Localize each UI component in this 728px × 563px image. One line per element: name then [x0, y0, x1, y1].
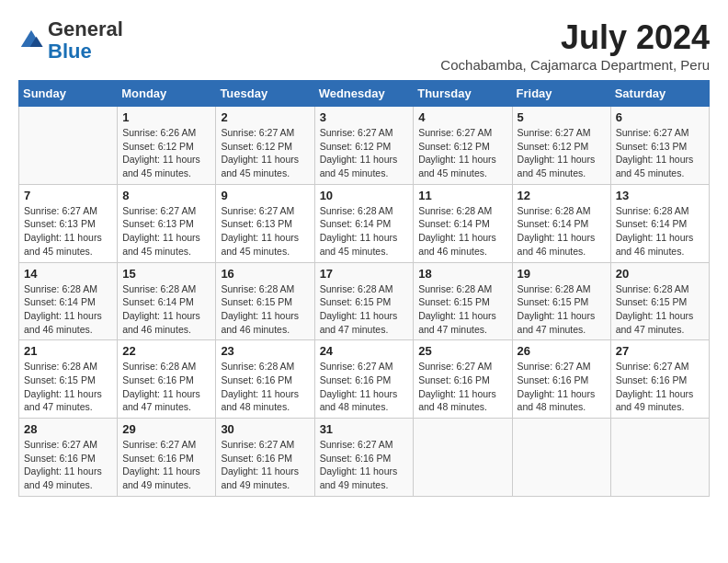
day-info: Sunrise: 6:28 AMSunset: 6:14 PMDaylight:…	[320, 204, 409, 259]
day-info: Sunrise: 6:27 AMSunset: 6:13 PMDaylight:…	[122, 204, 210, 259]
calendar-header: SundayMondayTuesdayWednesdayThursdayFrid…	[19, 81, 710, 107]
day-number: 12	[518, 189, 606, 202]
day-number: 30	[221, 422, 309, 436]
logo-text: General Blue	[48, 18, 123, 63]
day-cell: 9Sunrise: 6:27 AMSunset: 6:13 PMDaylight…	[216, 184, 314, 262]
day-info: Sunrise: 6:27 AMSunset: 6:13 PMDaylight:…	[616, 126, 704, 180]
day-number: 21	[24, 344, 112, 358]
day-info: Sunrise: 6:28 AMSunset: 6:14 PMDaylight:…	[418, 204, 506, 259]
logo-general: General	[48, 17, 123, 40]
day-info: Sunrise: 6:27 AMSunset: 6:16 PMDaylight:…	[320, 360, 409, 414]
day-cell: 31Sunrise: 6:27 AMSunset: 6:16 PMDayligh…	[314, 419, 414, 497]
day-cell: 19Sunrise: 6:28 AMSunset: 6:15 PMDayligh…	[512, 262, 610, 340]
day-cell: 25Sunrise: 6:27 AMSunset: 6:16 PMDayligh…	[414, 340, 512, 419]
day-info: Sunrise: 6:28 AMSunset: 6:16 PMDaylight:…	[221, 360, 309, 414]
week-row-1: 1Sunrise: 6:26 AMSunset: 6:12 PMDaylight…	[19, 107, 710, 185]
day-number: 20	[616, 267, 704, 281]
day-number: 13	[616, 189, 704, 202]
day-info: Sunrise: 6:27 AMSunset: 6:12 PMDaylight:…	[221, 126, 309, 180]
week-row-3: 14Sunrise: 6:28 AMSunset: 6:14 PMDayligh…	[19, 262, 710, 340]
day-number: 15	[122, 267, 210, 281]
day-number: 28	[24, 422, 112, 436]
day-cell: 7Sunrise: 6:27 AMSunset: 6:13 PMDaylight…	[19, 184, 118, 262]
day-number: 5	[518, 110, 606, 124]
day-cell: 10Sunrise: 6:28 AMSunset: 6:14 PMDayligh…	[314, 184, 414, 262]
day-cell	[19, 107, 118, 185]
day-number: 31	[320, 422, 409, 436]
day-info: Sunrise: 6:27 AMSunset: 6:16 PMDaylight:…	[24, 438, 112, 492]
week-row-4: 21Sunrise: 6:28 AMSunset: 6:15 PMDayligh…	[19, 340, 710, 419]
title-block: July 2024 Cochabamba, Cajamarca Departme…	[440, 18, 710, 73]
day-info: Sunrise: 6:28 AMSunset: 6:15 PMDaylight:…	[518, 282, 606, 337]
calendar-body: 1Sunrise: 6:26 AMSunset: 6:12 PMDaylight…	[19, 107, 710, 497]
day-number: 1	[122, 110, 210, 124]
day-number: 3	[320, 110, 409, 124]
day-cell: 23Sunrise: 6:28 AMSunset: 6:16 PMDayligh…	[216, 340, 314, 419]
day-cell: 3Sunrise: 6:27 AMSunset: 6:12 PMDaylight…	[314, 107, 414, 185]
week-row-5: 28Sunrise: 6:27 AMSunset: 6:16 PMDayligh…	[19, 419, 710, 497]
day-number: 22	[122, 344, 210, 358]
day-info: Sunrise: 6:27 AMSunset: 6:16 PMDaylight:…	[616, 360, 704, 414]
logo: General Blue	[18, 18, 123, 63]
day-number: 4	[418, 110, 506, 124]
day-cell: 24Sunrise: 6:27 AMSunset: 6:16 PMDayligh…	[314, 340, 414, 419]
day-info: Sunrise: 6:27 AMSunset: 6:16 PMDaylight:…	[122, 438, 210, 492]
header-cell-wednesday: Wednesday	[314, 81, 414, 107]
day-info: Sunrise: 6:28 AMSunset: 6:15 PMDaylight:…	[24, 360, 112, 414]
day-cell: 5Sunrise: 6:27 AMSunset: 6:12 PMDaylight…	[512, 107, 610, 185]
day-info: Sunrise: 6:26 AMSunset: 6:12 PMDaylight:…	[122, 126, 210, 180]
day-info: Sunrise: 6:28 AMSunset: 6:15 PMDaylight:…	[418, 282, 506, 337]
header-row: SundayMondayTuesdayWednesdayThursdayFrid…	[19, 81, 710, 107]
day-cell: 11Sunrise: 6:28 AMSunset: 6:14 PMDayligh…	[414, 184, 512, 262]
day-cell	[610, 419, 709, 497]
day-info: Sunrise: 6:28 AMSunset: 6:14 PMDaylight:…	[122, 282, 210, 337]
day-number: 23	[221, 344, 309, 358]
day-number: 8	[122, 189, 210, 202]
header-cell-saturday: Saturday	[610, 81, 709, 107]
month-title: July 2024	[440, 18, 710, 57]
day-info: Sunrise: 6:28 AMSunset: 6:15 PMDaylight:…	[616, 282, 704, 337]
day-number: 9	[221, 189, 309, 202]
day-cell: 26Sunrise: 6:27 AMSunset: 6:16 PMDayligh…	[512, 340, 610, 419]
day-number: 18	[418, 267, 506, 281]
day-info: Sunrise: 6:28 AMSunset: 6:15 PMDaylight:…	[320, 282, 409, 337]
day-number: 11	[418, 189, 506, 202]
day-info: Sunrise: 6:28 AMSunset: 6:16 PMDaylight:…	[122, 360, 210, 414]
header-cell-monday: Monday	[118, 81, 216, 107]
day-info: Sunrise: 6:27 AMSunset: 6:16 PMDaylight:…	[221, 438, 309, 492]
day-number: 6	[616, 110, 704, 124]
day-number: 10	[320, 189, 409, 202]
day-info: Sunrise: 6:27 AMSunset: 6:12 PMDaylight:…	[418, 126, 506, 180]
day-cell: 4Sunrise: 6:27 AMSunset: 6:12 PMDaylight…	[414, 107, 512, 185]
day-info: Sunrise: 6:27 AMSunset: 6:16 PMDaylight:…	[518, 360, 606, 414]
page-header: General Blue July 2024 Cochabamba, Cajam…	[18, 18, 710, 73]
day-cell: 17Sunrise: 6:28 AMSunset: 6:15 PMDayligh…	[314, 262, 414, 340]
day-cell: 16Sunrise: 6:28 AMSunset: 6:15 PMDayligh…	[216, 262, 314, 340]
day-cell: 13Sunrise: 6:28 AMSunset: 6:14 PMDayligh…	[610, 184, 709, 262]
logo-icon	[18, 28, 44, 53]
day-cell: 15Sunrise: 6:28 AMSunset: 6:14 PMDayligh…	[118, 262, 216, 340]
day-number: 29	[122, 422, 210, 436]
day-cell	[512, 419, 610, 497]
day-cell: 12Sunrise: 6:28 AMSunset: 6:14 PMDayligh…	[512, 184, 610, 262]
day-cell: 2Sunrise: 6:27 AMSunset: 6:12 PMDaylight…	[216, 107, 314, 185]
day-cell: 30Sunrise: 6:27 AMSunset: 6:16 PMDayligh…	[216, 419, 314, 497]
day-info: Sunrise: 6:28 AMSunset: 6:14 PMDaylight:…	[24, 282, 112, 337]
day-number: 16	[221, 267, 309, 281]
day-info: Sunrise: 6:27 AMSunset: 6:12 PMDaylight:…	[518, 126, 606, 180]
day-cell: 6Sunrise: 6:27 AMSunset: 6:13 PMDaylight…	[610, 107, 709, 185]
header-cell-thursday: Thursday	[414, 81, 512, 107]
day-cell: 29Sunrise: 6:27 AMSunset: 6:16 PMDayligh…	[118, 419, 216, 497]
header-cell-sunday: Sunday	[19, 81, 118, 107]
day-info: Sunrise: 6:27 AMSunset: 6:13 PMDaylight:…	[24, 204, 112, 259]
day-cell: 28Sunrise: 6:27 AMSunset: 6:16 PMDayligh…	[19, 419, 118, 497]
location-title: Cochabamba, Cajamarca Department, Peru	[440, 57, 710, 73]
day-number: 2	[221, 110, 309, 124]
day-cell: 20Sunrise: 6:28 AMSunset: 6:15 PMDayligh…	[610, 262, 709, 340]
day-number: 25	[418, 344, 506, 358]
week-row-2: 7Sunrise: 6:27 AMSunset: 6:13 PMDaylight…	[19, 184, 710, 262]
day-info: Sunrise: 6:28 AMSunset: 6:14 PMDaylight:…	[616, 204, 704, 259]
day-info: Sunrise: 6:27 AMSunset: 6:13 PMDaylight:…	[221, 204, 309, 259]
day-cell: 14Sunrise: 6:28 AMSunset: 6:14 PMDayligh…	[19, 262, 118, 340]
day-cell: 27Sunrise: 6:27 AMSunset: 6:16 PMDayligh…	[610, 340, 709, 419]
